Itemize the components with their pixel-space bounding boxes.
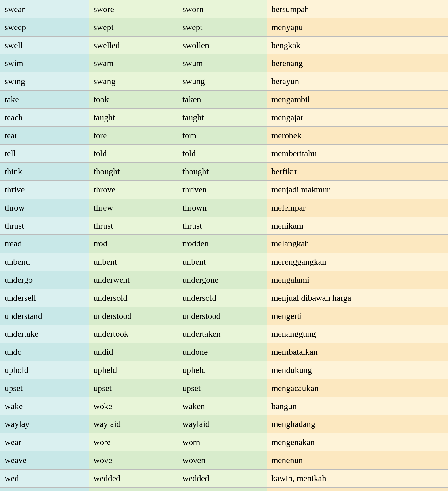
table-row: weavewovewovenmenenun: [0, 451, 448, 469]
table-cell: sweep: [0, 18, 89, 36]
table-row: treadtrodtroddenmelangkah: [0, 235, 448, 253]
table-cell: wove: [89, 451, 178, 469]
table-row: upholdupheldupheldmendukung: [0, 361, 448, 379]
table-cell: tread: [0, 235, 89, 253]
table-cell: menangis: [267, 487, 448, 491]
table-cell: weep: [0, 487, 89, 491]
table-cell: threw: [89, 199, 178, 217]
table-row: wedweddedweddedkawin, menikah: [0, 469, 448, 487]
table-cell: merobek: [267, 126, 448, 145]
table-cell: wed: [0, 469, 89, 487]
table-cell: undersold: [178, 289, 267, 307]
table-cell: undertake: [0, 325, 89, 343]
table-row: wearworewornmengenakan: [0, 433, 448, 451]
table-cell: upset: [0, 379, 89, 397]
table-row: thrivethrovethrivenmenjadi makmur: [0, 180, 448, 199]
table-cell: upheld: [89, 361, 178, 379]
table-cell: undid: [89, 343, 178, 361]
table-cell: melempar: [267, 199, 448, 217]
table-cell: took: [89, 90, 178, 108]
table-cell: unbent: [178, 253, 267, 271]
table-cell: worn: [178, 433, 267, 451]
table-cell: told: [89, 145, 178, 163]
table-cell: swim: [0, 54, 89, 72]
table-cell: waylaid: [89, 415, 178, 433]
table-cell: upset: [178, 379, 267, 397]
table-cell: weave: [0, 451, 89, 469]
table-row: undertakeundertookundertakenmenanggung: [0, 325, 448, 343]
table-cell: undergo: [0, 271, 89, 289]
table-row: telltoldtoldmemberitahu: [0, 145, 448, 163]
table-cell: taught: [89, 108, 178, 126]
table-cell: underwent: [89, 271, 178, 289]
table-cell: undertaken: [178, 325, 267, 343]
table-row: wakewokewakenbangun: [0, 397, 448, 415]
table-cell: wake: [0, 397, 89, 415]
table-cell: wore: [89, 433, 178, 451]
table-cell: teach: [0, 108, 89, 126]
table-row: thrustthrustthrustmenikam: [0, 217, 448, 235]
table-row: sweepsweptsweptmenyapu: [0, 18, 448, 36]
table-cell: undo: [0, 343, 89, 361]
table-row: waylaywaylaidwaylaidmenghadang: [0, 415, 448, 433]
table-cell: merenggangkan: [267, 253, 448, 271]
table-cell: undersold: [89, 289, 178, 307]
table-cell: swing: [0, 72, 89, 91]
table-cell: understood: [178, 307, 267, 325]
table-row: throwthrewthrownmelempar: [0, 199, 448, 217]
table-cell: take: [0, 90, 89, 108]
table-cell: menjadi makmur: [267, 180, 448, 199]
table-cell: swear: [0, 0, 89, 18]
table-cell: menyapu: [267, 18, 448, 36]
table-cell: bengkak: [267, 36, 448, 54]
table-cell: thrown: [178, 199, 267, 217]
table-cell: menghadang: [267, 415, 448, 433]
table-cell: kawin, menikah: [267, 469, 448, 487]
table-cell: swell: [0, 36, 89, 54]
table-cell: memberitahu: [267, 145, 448, 163]
table-cell: membatalkan: [267, 343, 448, 361]
table-row: upsetupsetupsetmengacaukan: [0, 379, 448, 397]
table-cell: tell: [0, 145, 89, 163]
table-cell: upset: [89, 379, 178, 397]
table-row: thinkthoughtthoughtberfikir: [0, 163, 448, 181]
table-cell: undertook: [89, 325, 178, 343]
table-cell: unbent: [89, 253, 178, 271]
table-cell: throw: [0, 199, 89, 217]
table-row: swingswangswungberayun: [0, 72, 448, 91]
table-cell: understand: [0, 307, 89, 325]
table-cell: berayun: [267, 72, 448, 91]
table-cell: menikam: [267, 217, 448, 235]
table-cell: uphold: [0, 361, 89, 379]
table-cell: think: [0, 163, 89, 181]
table-cell: waylaid: [178, 415, 267, 433]
table-row: taketooktakenmengambil: [0, 90, 448, 108]
table-row: teachtaughttaughtmengajar: [0, 108, 448, 126]
table-cell: thrust: [89, 217, 178, 235]
table-cell: menjual dibawah harga: [267, 289, 448, 307]
table-row: swearsworeswornbersumpah: [0, 0, 448, 18]
table-cell: waylay: [0, 415, 89, 433]
table-cell: told: [178, 145, 267, 163]
table-cell: taught: [178, 108, 267, 126]
table-cell: woke: [89, 397, 178, 415]
table-row: understandunderstoodunderstoodmengerti: [0, 307, 448, 325]
table-cell: menenun: [267, 451, 448, 469]
table-cell: wept: [178, 487, 267, 491]
table-cell: wear: [0, 433, 89, 451]
table-cell: upheld: [178, 361, 267, 379]
table-cell: understood: [89, 307, 178, 325]
table-cell: swept: [178, 18, 267, 36]
table-cell: mengacaukan: [267, 379, 448, 397]
table-cell: mengerti: [267, 307, 448, 325]
table-cell: undone: [178, 343, 267, 361]
table-cell: swum: [178, 54, 267, 72]
table-cell: swung: [178, 72, 267, 91]
table-cell: mengajar: [267, 108, 448, 126]
table-row: undoundidundonemembatalkan: [0, 343, 448, 361]
table-cell: menanggung: [267, 325, 448, 343]
table-cell: trodden: [178, 235, 267, 253]
table-cell: mendukung: [267, 361, 448, 379]
table-cell: undergone: [178, 271, 267, 289]
table-cell: trod: [89, 235, 178, 253]
